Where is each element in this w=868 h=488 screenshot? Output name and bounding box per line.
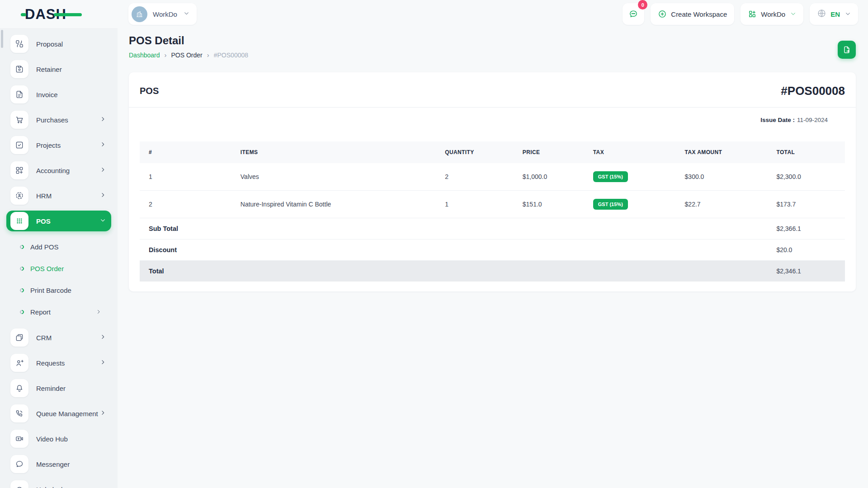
workspace-avatar (132, 6, 147, 22)
sidebar-item-purchases[interactable]: Purchases (6, 109, 111, 130)
subtotal-value: $2,366.1 (767, 218, 845, 239)
chevron-right-icon (100, 166, 106, 174)
subitem-label: Add POS (30, 243, 59, 251)
sidebar-item-messenger[interactable]: Messenger (6, 454, 111, 474)
sidebar-item-label: Helpdesk (36, 486, 106, 488)
sidebar-item-label: Messenger (36, 460, 106, 468)
sidebar-item-invoice[interactable]: Invoice (6, 84, 111, 105)
topbar-actions: 0 Create Workspace WorkDo EN (623, 3, 858, 25)
chevron-right-icon (100, 333, 106, 342)
sidebar-item-proposal[interactable]: Proposal (6, 33, 111, 54)
sidebar-item-label: Projects (36, 141, 100, 149)
breadcrumb-pos-order[interactable]: POS Order (171, 52, 203, 59)
sidebar-item-accounting[interactable]: Accounting (6, 160, 111, 181)
chevron-right-icon (100, 409, 106, 418)
page-header: POS Detail Dashboard › POS Order › #POS0… (129, 34, 856, 59)
sidebar-item-label: Invoice (36, 91, 106, 99)
cell-quantity: 1 (436, 191, 514, 218)
chevron-right-icon (96, 308, 101, 316)
cell-quantity: 2 (436, 163, 514, 191)
table-row: 2 Nature-Inspired Vitamin C Bottle 1 $15… (140, 191, 845, 218)
breadcrumb-current: #POS00008 (214, 52, 248, 59)
cell-no: 2 (140, 191, 231, 218)
sidebar-item-label: CRM (36, 334, 100, 342)
cell-item: Valves (231, 163, 436, 191)
col-header-quantity: QUANTITY (436, 141, 514, 163)
table-header-row: # ITEMS QUANTITY PRICE TAX TAX AMOUNT TO… (140, 141, 845, 163)
logo[interactable]: DASH (0, 0, 118, 28)
sidebar-item-label: Retainer (36, 66, 106, 73)
create-workspace-label: Create Workspace (671, 10, 727, 18)
globe-icon (817, 9, 826, 19)
tax-badge: GST (15%) (593, 171, 628, 182)
sidebar-subitem-add-pos[interactable]: Add POS (6, 238, 111, 256)
breadcrumb-separator: › (207, 51, 209, 59)
total-row: Total $2,346.1 (140, 261, 845, 282)
hrm-icon (10, 187, 28, 205)
building-icon (135, 10, 144, 19)
export-pos-button[interactable] (838, 41, 856, 59)
language-code: EN (830, 10, 840, 18)
sidebar-item-crm[interactable]: CRM (6, 327, 111, 348)
sidebar-item-label: Purchases (36, 116, 100, 124)
chevron-right-icon (100, 116, 106, 124)
workspace-switcher[interactable]: WorkDo (128, 3, 197, 25)
pos-icon (10, 212, 28, 230)
create-workspace-button[interactable]: Create Workspace (651, 3, 734, 25)
page-title: POS Detail (129, 34, 248, 47)
sidebar-item-pos[interactable]: POS (6, 211, 111, 231)
language-selector[interactable]: EN (810, 3, 858, 25)
sidebar-item-hrm[interactable]: HRM (6, 185, 111, 206)
page-content: POS Detail Dashboard › POS Order › #POS0… (118, 28, 868, 291)
chevron-down-icon (100, 217, 106, 225)
items-table: # ITEMS QUANTITY PRICE TAX TAX AMOUNT TO… (140, 141, 845, 282)
col-header-items: ITEMS (231, 141, 436, 163)
workdo-apps-menu[interactable]: WorkDo (741, 3, 803, 25)
chevron-down-icon (184, 10, 189, 18)
sidebar-item-requests[interactable]: Requests (6, 352, 111, 373)
issue-date-label: Issue Date : (760, 117, 795, 123)
sidebar-item-projects[interactable]: Projects (6, 135, 111, 155)
messages-count-badge: 0 (638, 0, 647, 9)
workspace-name: WorkDo (153, 10, 177, 18)
sidebar-subitem-pos-order[interactable]: POS Order (6, 259, 111, 277)
sidebar-item-queue-management[interactable]: Queue Management (6, 403, 111, 424)
chat-icon (628, 9, 638, 19)
chevron-right-icon (100, 192, 106, 200)
cell-tax-amount: $300.0 (676, 163, 768, 191)
sidebar-item-video-hub[interactable]: Video Hub (6, 428, 111, 449)
subitem-label: Report (30, 308, 51, 316)
pos-submenu: Add POS POS Order Print Barcode Report (6, 236, 111, 327)
sidebar-subitem-print-barcode[interactable]: Print Barcode (6, 281, 111, 299)
bullet-icon (19, 244, 25, 250)
sidebar-item-reminder[interactable]: Reminder (6, 378, 111, 399)
tax-badge: GST (15%) (593, 199, 628, 210)
sidebar-item-label: Requests (36, 359, 100, 367)
cell-tax-amount: $22.7 (676, 191, 768, 218)
file-export-icon (842, 45, 851, 54)
sidebar-subitem-report[interactable]: Report (6, 303, 111, 321)
cell-no: 1 (140, 163, 231, 191)
cell-total: $2,300.0 (767, 163, 845, 191)
card-header: POS #POS00008 (129, 72, 856, 107)
messages-button[interactable]: 0 (623, 3, 644, 25)
sidebar-item-retainer[interactable]: Retainer (6, 59, 111, 80)
total-label: Total (140, 261, 767, 282)
logo-dash-accent (21, 13, 26, 16)
app-window: DASH Proposal Retainer Invoice Purchases (0, 0, 868, 488)
chevron-down-icon (845, 10, 851, 18)
pos-number: #POS00008 (781, 84, 845, 98)
sidebar-item-label: HRM (36, 192, 100, 200)
sidebar-scrollbar[interactable] (1, 30, 3, 48)
topbar: WorkDo 0 Create Workspace WorkDo (118, 0, 868, 28)
cell-price: $151.0 (514, 191, 584, 218)
plus-circle-icon (658, 9, 667, 19)
sidebar-item-label: Proposal (36, 40, 106, 48)
breadcrumb-separator: › (165, 51, 167, 59)
main-area: WorkDo 0 Create Workspace WorkDo (118, 0, 868, 488)
card-title: POS (140, 86, 159, 96)
breadcrumb-dashboard[interactable]: Dashboard (129, 52, 160, 59)
sidebar-item-label: Reminder (36, 385, 106, 392)
sidebar-nav: Proposal Retainer Invoice Purchases Proj… (0, 28, 118, 488)
sidebar-item-helpdesk[interactable]: Helpdesk (6, 479, 111, 488)
